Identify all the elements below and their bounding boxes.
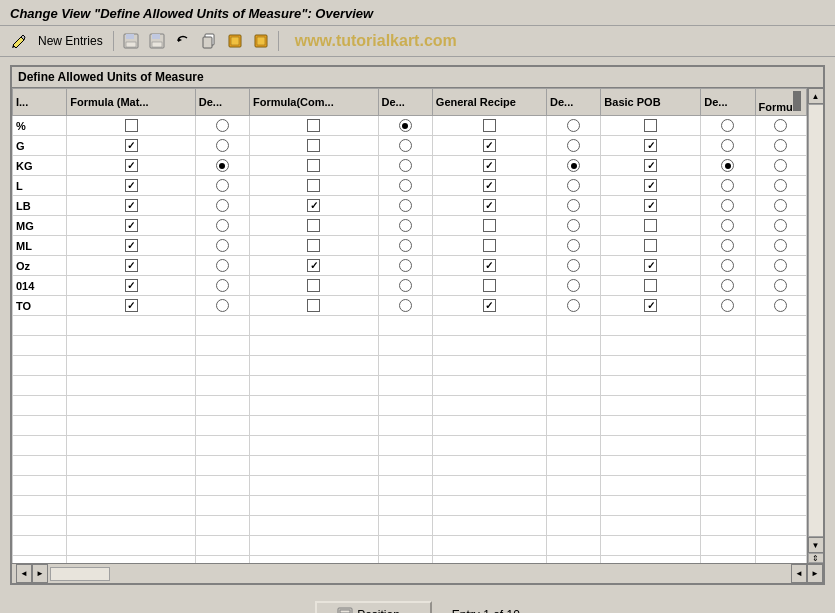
radiobutton[interactable]	[399, 299, 412, 312]
radiobutton[interactable]	[774, 279, 787, 292]
radiobutton[interactable]	[399, 119, 412, 132]
checkbox[interactable]	[307, 259, 320, 272]
checkbox[interactable]	[125, 139, 138, 152]
checkbox[interactable]	[307, 119, 320, 132]
radiobutton[interactable]	[216, 219, 229, 232]
radiobutton[interactable]	[774, 139, 787, 152]
checkbox[interactable]	[307, 279, 320, 292]
checkbox[interactable]	[307, 199, 320, 212]
radiobutton[interactable]	[721, 259, 734, 272]
checkbox[interactable]	[644, 259, 657, 272]
radiobutton[interactable]	[567, 139, 580, 152]
checkbox[interactable]	[644, 299, 657, 312]
checkbox[interactable]	[307, 239, 320, 252]
radiobutton[interactable]	[721, 239, 734, 252]
radiobutton[interactable]	[567, 239, 580, 252]
radiobutton[interactable]	[399, 199, 412, 212]
checkbox[interactable]	[125, 199, 138, 212]
checkbox[interactable]	[483, 119, 496, 132]
checkbox[interactable]	[125, 259, 138, 272]
new-entries-button[interactable]: New Entries	[34, 32, 107, 50]
checkbox[interactable]	[483, 259, 496, 272]
checkbox[interactable]	[644, 239, 657, 252]
radiobutton[interactable]	[399, 159, 412, 172]
radiobutton[interactable]	[774, 239, 787, 252]
undo-icon[interactable]	[172, 30, 194, 52]
checkbox[interactable]	[125, 179, 138, 192]
radiobutton[interactable]	[399, 279, 412, 292]
radiobutton[interactable]	[216, 279, 229, 292]
radiobutton[interactable]	[774, 219, 787, 232]
radiobutton[interactable]	[216, 179, 229, 192]
radiobutton[interactable]	[774, 159, 787, 172]
checkbox[interactable]	[307, 139, 320, 152]
checkbox[interactable]	[483, 279, 496, 292]
checkbox[interactable]	[644, 119, 657, 132]
h-scroll-right-button[interactable]: ►	[32, 564, 48, 583]
radiobutton[interactable]	[216, 259, 229, 272]
radiobutton[interactable]	[721, 179, 734, 192]
checkbox[interactable]	[644, 199, 657, 212]
checkbox[interactable]	[483, 139, 496, 152]
radiobutton[interactable]	[721, 299, 734, 312]
scroll-track[interactable]	[808, 104, 824, 537]
checkbox[interactable]	[125, 279, 138, 292]
table-row[interactable]: Oz	[13, 256, 807, 276]
radiobutton[interactable]	[774, 199, 787, 212]
checkbox[interactable]	[125, 159, 138, 172]
radiobutton[interactable]	[216, 159, 229, 172]
checkbox[interactable]	[125, 219, 138, 232]
table-row[interactable]: %	[13, 116, 807, 136]
radiobutton[interactable]	[774, 179, 787, 192]
checkbox[interactable]	[125, 299, 138, 312]
radiobutton[interactable]	[567, 259, 580, 272]
radiobutton[interactable]	[721, 139, 734, 152]
radiobutton[interactable]	[399, 219, 412, 232]
radiobutton[interactable]	[567, 159, 580, 172]
table-row[interactable]: MG	[13, 216, 807, 236]
radiobutton[interactable]	[774, 119, 787, 132]
scroll-up-button[interactable]: ▲	[808, 88, 824, 104]
cut-icon[interactable]	[224, 30, 246, 52]
checkbox[interactable]	[125, 239, 138, 252]
checkbox[interactable]	[307, 179, 320, 192]
radiobutton[interactable]	[399, 259, 412, 272]
checkbox[interactable]	[644, 219, 657, 232]
copy-icon[interactable]	[198, 30, 220, 52]
table-row[interactable]: 014	[13, 276, 807, 296]
radiobutton[interactable]	[774, 299, 787, 312]
table-row[interactable]: L	[13, 176, 807, 196]
checkbox[interactable]	[483, 159, 496, 172]
h-scroll-far-left[interactable]: ◄	[791, 564, 807, 583]
radiobutton[interactable]	[567, 279, 580, 292]
checkbox[interactable]	[307, 159, 320, 172]
checkbox[interactable]	[483, 299, 496, 312]
radiobutton[interactable]	[216, 199, 229, 212]
radiobutton[interactable]	[567, 199, 580, 212]
radiobutton[interactable]	[216, 119, 229, 132]
radiobutton[interactable]	[216, 239, 229, 252]
scroll-extra-btn[interactable]: ⇕	[808, 553, 824, 563]
checkbox[interactable]	[483, 199, 496, 212]
radiobutton[interactable]	[567, 219, 580, 232]
radiobutton[interactable]	[721, 219, 734, 232]
h-scroll-left-button[interactable]: ◄	[16, 564, 32, 583]
radiobutton[interactable]	[567, 119, 580, 132]
checkbox[interactable]	[483, 239, 496, 252]
scroll-down-button[interactable]: ▼	[808, 537, 824, 553]
radiobutton[interactable]	[721, 119, 734, 132]
paste-icon[interactable]	[250, 30, 272, 52]
table-scroll[interactable]: I... Formula (Mat... De... Formula(Com..…	[12, 88, 807, 563]
radiobutton[interactable]	[567, 299, 580, 312]
radiobutton[interactable]	[721, 159, 734, 172]
position-button[interactable]: Position...	[315, 601, 432, 613]
table-row[interactable]: G	[13, 136, 807, 156]
col-resize-handle[interactable]	[793, 91, 801, 111]
table-row[interactable]: ML	[13, 236, 807, 256]
save-icon-1[interactable]	[120, 30, 142, 52]
radiobutton[interactable]	[399, 139, 412, 152]
h-scroll-far-right[interactable]: ►	[807, 564, 823, 583]
checkbox[interactable]	[483, 179, 496, 192]
checkbox[interactable]	[307, 219, 320, 232]
checkbox[interactable]	[307, 299, 320, 312]
